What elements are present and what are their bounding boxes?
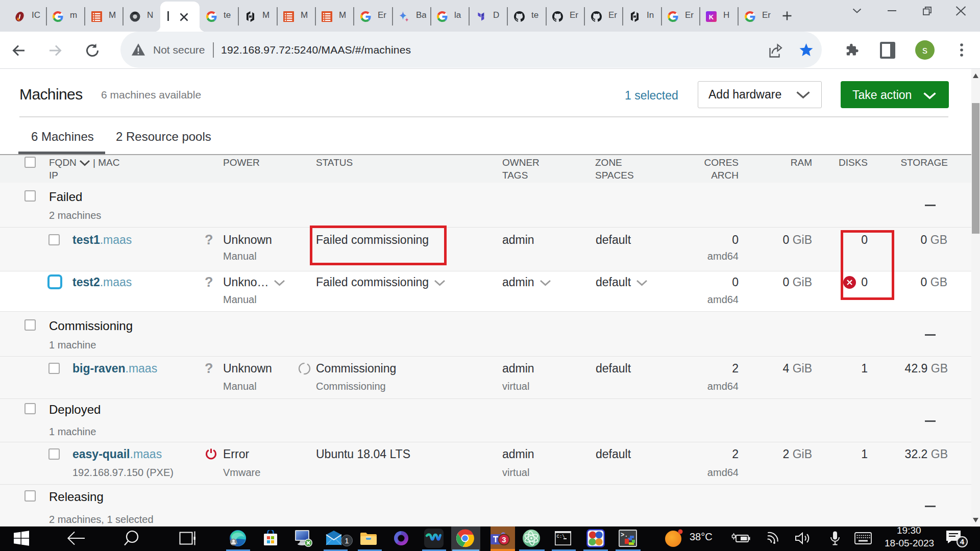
svg-text:>.: >.: [621, 532, 628, 539]
svg-text:K: K: [709, 13, 714, 21]
